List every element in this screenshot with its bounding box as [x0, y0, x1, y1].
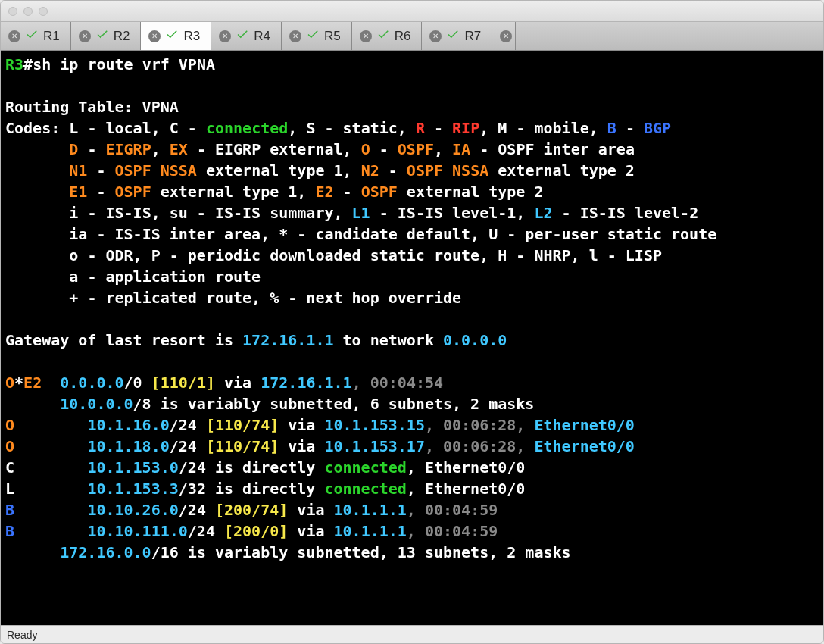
terminal-output[interactable]: R3#sh ip route vrf VPNA Routing Table: V… — [1, 51, 823, 625]
tab-label: R2 — [114, 29, 130, 44]
status-text: Ready — [7, 629, 37, 641]
close-icon[interactable] — [360, 30, 372, 42]
tab-label: R5 — [324, 29, 341, 44]
tab-r6[interactable]: R6 — [352, 22, 423, 50]
check-icon — [95, 27, 109, 45]
route-code: O — [5, 374, 14, 392]
codes-label: Codes: — [5, 119, 69, 137]
check-icon — [446, 27, 460, 45]
tab-r5[interactable]: R5 — [282, 22, 352, 50]
route-code: B — [5, 501, 14, 519]
tab-r3[interactable]: R3 — [141, 22, 211, 50]
route-code: O — [5, 437, 14, 455]
close-window-icon[interactable] — [8, 7, 17, 16]
tab-label: R6 — [395, 29, 411, 44]
status-bar: Ready — [1, 625, 823, 643]
close-icon[interactable] — [429, 30, 442, 42]
tab-r4[interactable]: R4 — [211, 22, 282, 50]
route-code: B — [5, 522, 14, 540]
check-icon — [25, 27, 39, 45]
tab-bar: R1 R2 R3 R4 R5 R6 R7 — [1, 22, 823, 51]
tab-label: R4 — [254, 29, 270, 44]
command-text: sh ip route vrf VPNA — [33, 55, 215, 73]
close-icon[interactable] — [79, 30, 91, 42]
window-titlebar — [1, 1, 823, 22]
tab-r1[interactable]: R1 — [1, 22, 71, 50]
routing-table-title: Routing Table: VPNA — [5, 98, 179, 116]
check-icon — [306, 27, 320, 45]
tab-overflow[interactable] — [492, 22, 516, 50]
tab-r7[interactable]: R7 — [422, 22, 492, 50]
close-icon[interactable] — [219, 30, 231, 42]
check-icon — [236, 27, 249, 45]
zoom-window-icon[interactable] — [39, 7, 48, 16]
check-icon — [376, 27, 390, 45]
tab-label: R1 — [43, 29, 60, 44]
tab-r2[interactable]: R2 — [71, 22, 142, 50]
prompt-hostname: R3 — [5, 55, 23, 73]
minimize-window-icon[interactable] — [23, 7, 33, 16]
route-code: O — [5, 416, 14, 434]
gateway-line: Gateway of last resort is — [5, 331, 242, 349]
route-code: C — [5, 458, 14, 477]
close-icon[interactable] — [8, 30, 20, 42]
prompt-hash: # — [23, 55, 33, 73]
close-icon[interactable] — [500, 30, 512, 42]
check-icon — [165, 27, 179, 45]
route-code: L — [5, 480, 14, 498]
tab-label: R3 — [183, 29, 200, 44]
close-icon[interactable] — [148, 30, 161, 42]
close-icon[interactable] — [289, 30, 301, 42]
tab-label: R7 — [464, 29, 481, 44]
